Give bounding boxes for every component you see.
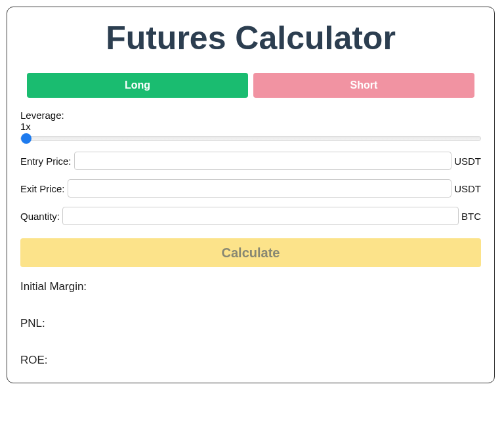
initial-margin-result: Initial Margin: bbox=[20, 280, 481, 293]
leverage-label: Leverage: bbox=[20, 110, 481, 121]
calculate-button[interactable]: Calculate bbox=[20, 238, 481, 267]
quantity-input[interactable] bbox=[62, 207, 459, 225]
entry-price-row: Entry Price: USDT bbox=[20, 152, 481, 170]
roe-label: ROE: bbox=[20, 354, 48, 366]
exit-price-label: Exit Price: bbox=[20, 183, 65, 194]
quantity-label: Quantity: bbox=[20, 211, 60, 222]
position-buttons: Long Short bbox=[20, 73, 481, 98]
quantity-unit: BTC bbox=[461, 211, 481, 222]
exit-price-input[interactable] bbox=[68, 179, 452, 198]
long-button[interactable]: Long bbox=[27, 73, 248, 98]
initial-margin-label: Initial Margin: bbox=[20, 280, 87, 293]
pnl-result: PNL: bbox=[20, 317, 481, 330]
entry-price-input[interactable] bbox=[74, 152, 452, 170]
leverage-value: 1x bbox=[20, 121, 481, 132]
page-title: Futures Calculator bbox=[20, 19, 481, 57]
exit-price-unit: USDT bbox=[454, 183, 481, 194]
leverage-section: Leverage: 1x bbox=[20, 110, 481, 144]
quantity-row: Quantity: BTC bbox=[20, 207, 481, 225]
roe-result: ROE: bbox=[20, 354, 481, 367]
leverage-slider[interactable] bbox=[20, 136, 481, 141]
short-button[interactable]: Short bbox=[253, 73, 474, 98]
pnl-label: PNL: bbox=[20, 317, 45, 329]
calculator-card: Futures Calculator Long Short Leverage: … bbox=[7, 7, 495, 383]
exit-price-row: Exit Price: USDT bbox=[20, 179, 481, 198]
entry-price-unit: USDT bbox=[454, 156, 481, 167]
entry-price-label: Entry Price: bbox=[20, 156, 72, 167]
